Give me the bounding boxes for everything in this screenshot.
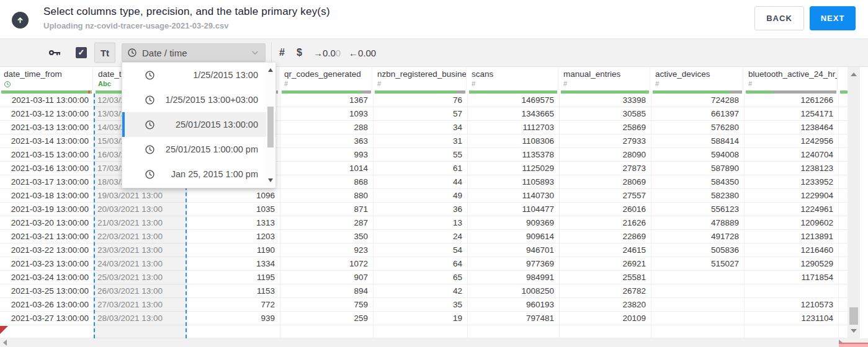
- table-cell[interactable]: 661397: [651, 107, 745, 121]
- primary-key-button[interactable]: [48, 46, 61, 59]
- table-cell[interactable]: [560, 325, 651, 338]
- table-cell[interactable]: 54: [374, 244, 468, 257]
- format-option[interactable]: 25/01/2015 13:00:00: [122, 112, 275, 137]
- table-cell[interactable]: 22869: [560, 230, 651, 244]
- table-cell[interactable]: [187, 325, 280, 338]
- table-cell[interactable]: 1008250: [468, 284, 560, 298]
- table-cell[interactable]: 64: [374, 257, 468, 271]
- table-cell[interactable]: 1343665: [468, 107, 560, 121]
- table-cell[interactable]: 1242956: [745, 134, 839, 148]
- table-cell[interactable]: 42: [374, 284, 468, 298]
- column-type-select[interactable]: Date / time: [122, 43, 266, 62]
- table-cell[interactable]: [745, 325, 839, 338]
- table-cell[interactable]: 350: [280, 230, 374, 244]
- table-cell[interactable]: 19: [374, 312, 468, 325]
- table-cell[interactable]: 27873: [560, 162, 651, 175]
- format-option[interactable]: 1/25/2015 13:00+03:00: [122, 87, 275, 112]
- boolean-type-checkbox-icon[interactable]: ✓: [76, 47, 87, 58]
- table-cell[interactable]: 505836: [651, 244, 745, 257]
- table-cell[interactable]: 1233952: [745, 175, 839, 189]
- table-cell[interactable]: 1014: [280, 162, 374, 175]
- table-cell[interactable]: 28/03/2021 13:00: [94, 312, 187, 325]
- table-cell[interactable]: 1125029: [468, 162, 560, 175]
- table-cell[interactable]: [651, 298, 745, 312]
- table-cell[interactable]: 2021-03-11 13:00:00: [0, 94, 94, 107]
- table-cell[interactable]: 1231104: [745, 312, 839, 325]
- table-cell[interactable]: 22/03/2021 13:00: [94, 230, 187, 244]
- table-cell[interactable]: 34: [374, 121, 468, 134]
- table-cell[interactable]: 65: [374, 271, 468, 284]
- number-type-button[interactable]: #: [279, 47, 285, 58]
- increase-decimal-button[interactable]: →0.00: [313, 48, 341, 58]
- table-cell[interactable]: 2021-03-18 13:00:00: [0, 189, 94, 203]
- table-cell[interactable]: 594008: [651, 148, 745, 162]
- table-cell[interactable]: [651, 325, 745, 338]
- table-cell[interactable]: 27/03/2021 13:00: [94, 298, 187, 312]
- table-cell[interactable]: 2021-03-12 13:00:00: [0, 107, 94, 121]
- table-cell[interactable]: 993: [280, 148, 374, 162]
- column-header[interactable]: bluetooth_active_24_hr_#: [745, 67, 838, 90]
- table-cell[interactable]: 960193: [468, 298, 560, 312]
- table-cell[interactable]: 1261266: [745, 94, 839, 107]
- column-header[interactable]: scans#: [468, 67, 558, 90]
- table-cell[interactable]: 576280: [651, 121, 745, 134]
- table-cell[interactable]: 61: [374, 162, 468, 175]
- table-cell[interactable]: 772: [187, 298, 280, 312]
- table-cell[interactable]: 868: [280, 175, 374, 189]
- table-cell[interactable]: 946701: [468, 244, 560, 257]
- table-cell[interactable]: 1229904: [745, 189, 839, 203]
- table-cell[interactable]: 1140730: [468, 189, 560, 203]
- table-cell[interactable]: [280, 325, 374, 338]
- table-cell[interactable]: [651, 284, 745, 298]
- table-cell[interactable]: 584350: [651, 175, 745, 189]
- table-cell[interactable]: 491728: [651, 230, 745, 244]
- table-cell[interactable]: 28069: [560, 175, 651, 189]
- table-cell[interactable]: 588414: [651, 134, 745, 148]
- column-header[interactable]: qr_codes_generated#: [280, 67, 372, 90]
- column-header[interactable]: manual_entries#: [560, 67, 650, 90]
- table-cell[interactable]: 1104477: [468, 203, 560, 216]
- table-cell[interactable]: 984991: [468, 271, 560, 284]
- table-cell[interactable]: 57: [374, 107, 468, 121]
- table-cell[interactable]: 909614: [468, 230, 560, 244]
- table-cell[interactable]: 871: [280, 203, 374, 216]
- table-cell[interactable]: 880: [280, 189, 374, 203]
- table-cell[interactable]: 2021-03-16 13:00:00: [0, 162, 94, 175]
- table-cell[interactable]: 1254171: [745, 107, 839, 121]
- table-cell[interactable]: 31: [374, 134, 468, 148]
- table-cell[interactable]: 1213891: [745, 230, 839, 244]
- table-cell[interactable]: 2021-03-20 13:00:00: [0, 216, 94, 230]
- table-cell[interactable]: 1096: [187, 189, 280, 203]
- format-option[interactable]: 1/25/2015 13:00: [122, 63, 275, 87]
- scroll-down-arrow-icon[interactable]: [851, 329, 857, 333]
- scroll-up-arrow-icon[interactable]: [851, 72, 857, 76]
- table-cell[interactable]: 1035: [187, 203, 280, 216]
- table-cell[interactable]: 1224961: [745, 203, 839, 216]
- next-button[interactable]: NEXT: [810, 6, 856, 30]
- table-cell[interactable]: 2021-03-26 13:00:00: [0, 298, 94, 312]
- table-cell[interactable]: 24/03/2021 13:00: [94, 257, 187, 271]
- table-cell[interactable]: 478889: [651, 216, 745, 230]
- table-cell[interactable]: 2021-03-19 13:00:00: [0, 203, 94, 216]
- table-cell[interactable]: 797481: [468, 312, 560, 325]
- table-cell[interactable]: 759: [280, 298, 374, 312]
- back-button[interactable]: BACK: [754, 6, 804, 30]
- table-cell[interactable]: 2021-03-17 13:00:00: [0, 175, 94, 189]
- table-cell[interactable]: 724288: [651, 94, 745, 107]
- table-cell[interactable]: 23/03/2021 13:00: [94, 244, 187, 257]
- table-cell[interactable]: 1290529: [745, 257, 839, 271]
- table-cell[interactable]: 1153: [187, 284, 280, 298]
- table-cell[interactable]: 1367: [280, 94, 374, 107]
- table-cell[interactable]: 1171854: [745, 271, 839, 284]
- table-cell[interactable]: 36: [374, 203, 468, 216]
- table-cell[interactable]: 2021-03-13 13:00:00: [0, 121, 94, 134]
- vertical-scrollbar-thumb[interactable]: [849, 307, 858, 325]
- table-cell[interactable]: 1210573: [745, 298, 839, 312]
- table-cell[interactable]: 25581: [560, 271, 651, 284]
- table-cell[interactable]: 1190: [187, 244, 280, 257]
- table-cell[interactable]: 20/03/2021 13:00: [94, 203, 187, 216]
- table-cell[interactable]: [745, 284, 839, 298]
- table-cell[interactable]: 939: [187, 312, 280, 325]
- table-cell[interactable]: 33398: [560, 94, 651, 107]
- table-cell[interactable]: 49: [374, 189, 468, 203]
